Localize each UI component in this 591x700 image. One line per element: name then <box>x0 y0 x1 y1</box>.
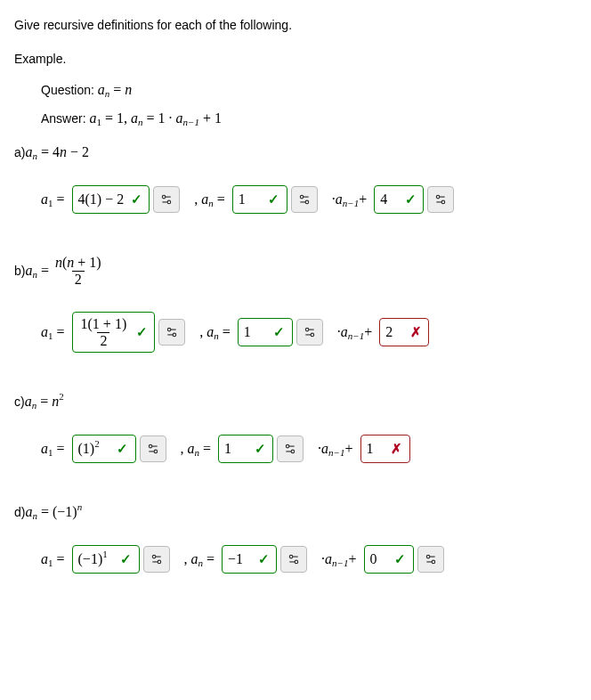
check-icon: ✓ <box>134 324 149 340</box>
part-c-answer-row: a1 = (1)2 ✓ , an = 1 ✓ ·an−1+ 1 ✗ <box>41 435 577 463</box>
part-d-an-const-value: 0 <box>370 551 377 567</box>
example-block: Question: an = n Answer: a1 = 1, an = 1 … <box>41 82 577 126</box>
preview-button[interactable] <box>296 319 323 346</box>
svg-point-36 <box>426 556 430 559</box>
svg-point-12 <box>168 329 172 332</box>
part-c-heading-exp: 2 <box>59 391 64 402</box>
part-a-a1-input[interactable]: 4(1) − 2 ✓ <box>72 185 150 214</box>
svg-point-33 <box>295 561 298 565</box>
part-c-heading: c) an = n2 <box>14 394 577 410</box>
svg-point-1 <box>167 200 171 204</box>
check-icon: ✓ <box>119 551 134 567</box>
part-b-heading-denom: 2 <box>75 272 82 287</box>
part-d-an-const-input[interactable]: 0 ✓ <box>364 545 414 574</box>
part-d-answer-row: a1 = (−1)1 ✓ , an = −1 ✓ ·an−1+ 0 ✓ <box>41 545 577 574</box>
part-b-a1-numer: 1(1 + 1) <box>81 316 127 331</box>
check-icon: ✓ <box>256 551 271 567</box>
check-icon: ✓ <box>403 191 417 208</box>
preview-button[interactable] <box>143 546 170 573</box>
part-b: b) an = n(n + 1) 2 a1 = 1(1 + 1) 2 ✓ <box>14 255 577 353</box>
preview-icon <box>287 553 300 566</box>
part-a-an-const-value: 4 <box>380 191 387 208</box>
anm1-plus-label: ·an−1+ <box>318 441 356 457</box>
part-b-a1-input[interactable]: 1(1 + 1) 2 ✓ <box>72 312 156 353</box>
an-equals-label: , an = <box>199 324 234 340</box>
part-b-answer-row: a1 = 1(1 + 1) 2 ✓ , an = 1 ✓ ·an <box>41 312 577 353</box>
preview-button[interactable] <box>427 186 454 213</box>
part-d-a1-exp: 1 <box>102 549 108 559</box>
svg-point-8 <box>437 195 441 199</box>
part-c-an-const-value: 1 <box>367 441 374 457</box>
svg-point-0 <box>163 195 166 199</box>
preview-icon <box>150 553 163 566</box>
part-d-a1-base: (−1) <box>78 551 103 567</box>
a1-equals-label: a1 = <box>41 324 69 340</box>
check-icon: ✓ <box>116 441 130 457</box>
check-icon: ✓ <box>393 551 408 567</box>
part-c: c) an = n2 a1 = (1)2 ✓ , an = 1 ✓ <box>14 394 577 463</box>
preview-button[interactable] <box>417 546 444 573</box>
a1-equals-label: a1 = <box>41 551 69 567</box>
part-c-an-const-input[interactable]: 1 ✗ <box>360 435 410 463</box>
part-a-an-const-input[interactable]: 4 ✓ <box>374 185 424 214</box>
part-b-an-const-value: 2 <box>385 324 393 340</box>
example-answer: Answer: a1 = 1, an = 1 · an−1 + 1 <box>41 110 577 126</box>
part-d-an-coeff-input[interactable]: −1 ✓ <box>222 545 277 574</box>
part-a-a1-value: 4(1) − 2 <box>78 191 125 208</box>
an-equals-label: , an = <box>181 441 215 457</box>
part-a-label: a) <box>14 145 25 159</box>
svg-point-5 <box>305 200 309 204</box>
preview-icon <box>160 193 173 206</box>
svg-point-28 <box>152 556 156 559</box>
preview-icon <box>434 193 447 206</box>
example-question-prefix: Question: <box>41 83 98 97</box>
example-label: Example. <box>14 52 577 66</box>
svg-point-32 <box>289 556 293 559</box>
part-b-an-coeff-value: 1 <box>244 324 251 340</box>
part-a-answer-row: a1 = 4(1) − 2 ✓ , an = 1 ✓ ·an−1+ 4 ✓ <box>41 185 577 214</box>
example-answer-prefix: Answer: <box>41 111 89 126</box>
part-b-a1-denom: 2 <box>100 333 107 348</box>
anm1-plus-label: ·an−1+ <box>321 551 360 567</box>
preview-button[interactable] <box>277 435 304 462</box>
check-icon: ✓ <box>129 191 143 208</box>
preview-button[interactable] <box>153 186 180 213</box>
svg-point-20 <box>149 445 152 449</box>
part-b-an-coeff-input[interactable]: 1 ✓ <box>238 318 293 346</box>
check-icon: ✓ <box>267 191 281 208</box>
part-d-a1-input[interactable]: (−1)1 ✓ <box>72 545 140 574</box>
svg-point-16 <box>305 329 309 332</box>
svg-point-25 <box>291 451 295 454</box>
a1-equals-label: a1 = <box>41 191 69 208</box>
part-d-heading: d) an = (−1)n <box>14 504 577 520</box>
preview-button[interactable] <box>291 186 318 213</box>
part-b-an-const-input[interactable]: 2 ✗ <box>379 318 429 346</box>
preview-icon <box>298 193 311 206</box>
example-question: Question: an = n <box>41 82 577 98</box>
check-icon: ✓ <box>253 441 267 457</box>
preview-icon <box>304 326 316 338</box>
preview-button[interactable] <box>280 546 307 573</box>
part-a: a) an = 4n − 2 a1 = 4(1) − 2 ✓ , an = 1 … <box>14 144 577 214</box>
cross-icon: ✗ <box>409 324 423 340</box>
svg-point-17 <box>311 333 314 337</box>
part-c-a1-input[interactable]: (1)2 ✓ <box>72 435 136 463</box>
part-b-heading: b) an = n(n + 1) 2 <box>14 255 577 287</box>
a1-equals-label: a1 = <box>41 441 69 457</box>
part-c-an-coeff-input[interactable]: 1 ✓ <box>218 435 273 463</box>
intro-text: Give recursive definitions for each of t… <box>14 18 577 32</box>
part-a-heading: a) an = 4n − 2 <box>14 144 577 160</box>
part-c-a1-base: (1) <box>78 441 95 457</box>
an-equals-label: , an = <box>194 191 229 208</box>
part-a-an-coeff-input[interactable]: 1 ✓ <box>232 185 287 214</box>
preview-icon <box>425 553 437 566</box>
preview-button[interactable] <box>158 319 185 346</box>
svg-point-9 <box>441 200 445 204</box>
an-equals-label: , an = <box>184 551 219 567</box>
anm1-plus-label: ·an−1+ <box>337 324 376 340</box>
preview-icon <box>147 443 159 455</box>
preview-button[interactable] <box>140 435 166 462</box>
part-d-an-coeff-value: −1 <box>228 551 243 567</box>
anm1-plus-label: ·an−1+ <box>332 191 370 208</box>
svg-point-13 <box>173 333 176 337</box>
